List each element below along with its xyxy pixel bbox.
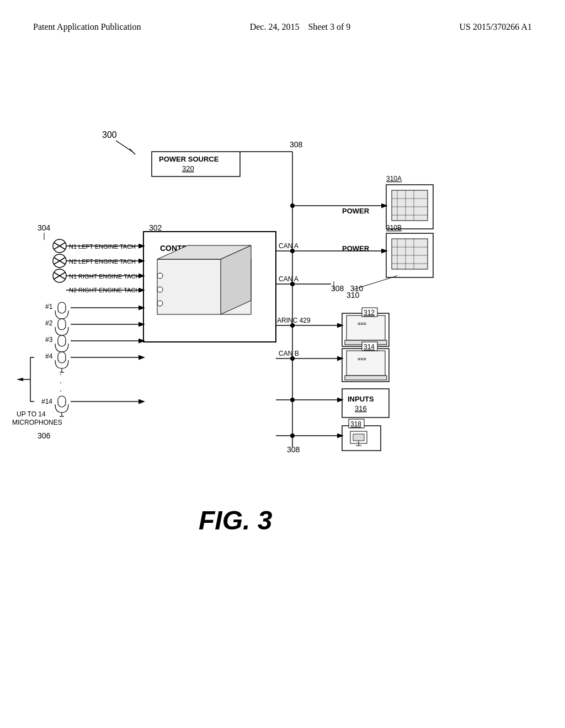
power-source-ref: 320: [182, 164, 194, 173]
power-source-text: POWER SOURCE: [159, 155, 219, 163]
mic2-icon: [58, 319, 66, 330]
dots3: .: [60, 384, 62, 393]
svg-line-6: [353, 276, 397, 290]
junction-power-a: [290, 204, 295, 208]
mic1-icon: [58, 302, 66, 313]
mic2-label: #2: [45, 319, 53, 327]
ref-310b: 310B: [386, 224, 402, 232]
inputs-label-text: INPUTS: [348, 395, 374, 403]
up-to-14: UP TO 14: [17, 410, 46, 418]
figure-label: FIG. 3: [199, 506, 273, 535]
can-a-label-mid: CAN A: [279, 275, 299, 283]
dots2: .: [60, 376, 62, 385]
ref-312: 312: [364, 309, 375, 317]
ref-304: 304: [38, 223, 51, 232]
mic4-label: #4: [45, 352, 53, 360]
power-a-label: POWER: [342, 207, 370, 215]
patent-number: US 2015/370266 A1: [459, 22, 532, 31]
mic4-icon: [58, 352, 66, 363]
ref-318: 318: [350, 420, 361, 428]
svg-line-1: [130, 149, 135, 154]
n1-left-label: N1 LEFT ENGINE TACH: [69, 243, 136, 250]
can-a-label-top: CAN A: [279, 242, 299, 250]
laptop-314-detail: ≡≡≡: [358, 356, 366, 362]
ref-310-right: 310: [347, 291, 360, 299]
laptop-312-detail: ≡≡≡: [358, 321, 366, 326]
header-center: Dec. 24, 2015 Sheet 3 of 9: [250, 22, 351, 32]
connector-2: [157, 287, 163, 292]
ref-300-label: 300: [102, 130, 117, 140]
ref-308-bottom: 308: [287, 445, 300, 454]
connector-3: [157, 301, 163, 306]
mic1-label: #1: [45, 303, 53, 311]
laptop-base-314: [345, 376, 387, 380]
n1-right-label: N1 RIGHT ENGINE TACH: [69, 273, 140, 280]
laptop-screen-312: [347, 315, 385, 340]
sheet-info: Sheet 3 of 9: [308, 22, 350, 31]
patent-diagram-svg: 300 POWER SOURCE 320 308 CONTROLLER 302: [0, 88, 565, 612]
usb-connector: [353, 434, 364, 441]
mic14-label: #14: [41, 398, 52, 405]
svg-line-0: [116, 141, 132, 152]
microphones-label: MICROPHONES: [12, 419, 62, 426]
header-left: Patent Application Publication: [33, 22, 141, 32]
ref-314: 314: [364, 343, 375, 351]
dots: .: [60, 368, 62, 377]
ref-306: 306: [38, 431, 51, 440]
can-b-label: CAN B: [279, 350, 299, 357]
header-right: US 2015/370266 A1: [459, 22, 532, 32]
publication-title: Patent Application Publication: [33, 22, 141, 31]
n2-left-label: N2 LEFT ENGINE TACH: [69, 258, 136, 265]
publication-date: Dec. 24, 2015: [250, 22, 300, 31]
mic3-label: #3: [45, 336, 53, 344]
mic14-icon: [58, 396, 66, 407]
diagram-area: 300 POWER SOURCE 320 308 CONTROLLER 302: [0, 88, 565, 612]
laptop-screen-314: [347, 351, 385, 376]
ref-310a: 310A: [386, 175, 402, 183]
inputs-box: [342, 389, 389, 417]
ref-308-mid: 308: [331, 284, 344, 293]
connector-1: [157, 273, 163, 279]
inputs-ref-text: 316: [355, 404, 367, 413]
mic3-icon: [58, 335, 66, 346]
ref-302: 302: [149, 223, 162, 232]
brace-arrow: [17, 378, 23, 381]
arinc-label: ARINC 429: [277, 317, 311, 324]
ref-308-top: 308: [290, 140, 303, 149]
page-header: Patent Application Publication Dec. 24, …: [0, 0, 565, 32]
